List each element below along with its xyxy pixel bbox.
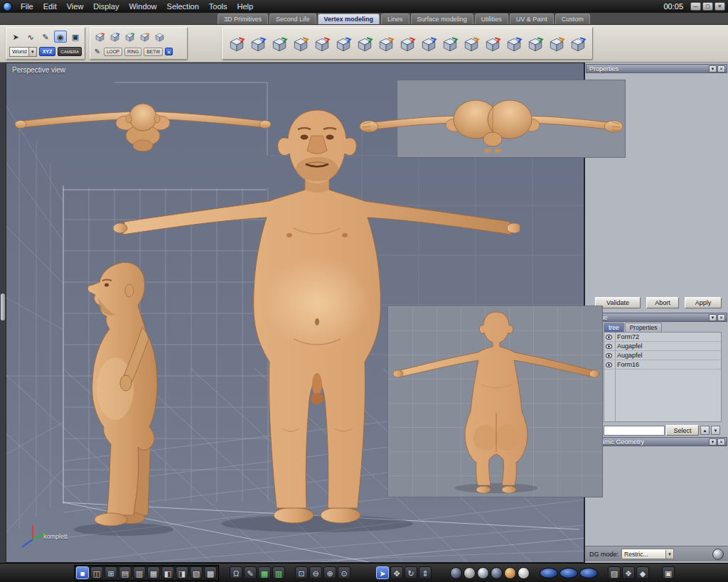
app-icon[interactable] [3, 2, 12, 11]
vm-tool-14-icon[interactable] [505, 36, 523, 52]
layout-single-icon[interactable]: ■ [76, 566, 89, 579]
ghost-oval-icon[interactable] [579, 568, 598, 578]
minimize-button[interactable]: — [690, 2, 701, 11]
tab-vertex-modeling[interactable]: Vertex modeling [318, 14, 380, 24]
wireframe-sphere-icon[interactable] [450, 567, 462, 579]
layout-right-split-icon[interactable]: ◨ [176, 566, 188, 579]
scene-tree-item[interactable]: Form16 [604, 360, 721, 370]
zoom-in-icon[interactable]: ⊕ [323, 566, 336, 579]
show-all-oval-icon[interactable] [540, 568, 558, 578]
zoom-fit-icon[interactable]: ⊙ [338, 566, 350, 579]
select-paint-icon[interactable]: ✎ [39, 31, 52, 43]
panel-drag-handle[interactable] [1, 293, 5, 320]
chevron-down-icon[interactable]: ▼ [28, 48, 36, 56]
vm-tool-11-icon[interactable] [441, 36, 459, 52]
tab-surface-modeling[interactable]: Surface modeling [411, 14, 473, 24]
dynamic-geometry-header[interactable]: Dynamic Geometry ▼ ✕ [586, 437, 727, 446]
dolly-icon[interactable]: ⇕ [419, 566, 432, 579]
close-button[interactable]: ✕ [714, 2, 725, 11]
vm-tool-9-icon[interactable] [399, 36, 416, 52]
select-camera-icon[interactable]: ▣ [69, 31, 82, 43]
vm-tool-4-icon[interactable] [292, 36, 309, 52]
tab-scene-properties[interactable]: Properties [625, 323, 663, 332]
dg-sphere-icon[interactable] [712, 549, 724, 560]
scene-filter-input[interactable] [604, 426, 665, 436]
vm-tool-17-icon[interactable] [569, 36, 587, 52]
zoom-out-icon[interactable]: ⊖ [309, 566, 322, 579]
camera-toggle-button[interactable]: CAMERA [58, 47, 82, 56]
tab-utilities[interactable]: Utilities [475, 14, 508, 24]
menu-edit[interactable]: Edit [38, 2, 62, 11]
vm-tool-12-icon[interactable] [463, 36, 480, 52]
vm-tool-6-icon[interactable] [335, 36, 352, 52]
select-sphere-icon[interactable]: ◉ [54, 31, 67, 43]
menu-tools[interactable]: Tools [204, 2, 232, 11]
menu-display[interactable]: Display [88, 2, 124, 11]
mode-auto-icon[interactable] [153, 31, 166, 43]
loop-button[interactable]: LOOP [104, 48, 122, 56]
model-top-view-right[interactable] [359, 88, 623, 155]
menu-help[interactable]: Help [232, 2, 259, 11]
collapse-icon[interactable]: ▼ [709, 438, 717, 446]
scene-tree-item[interactable]: Form72 [604, 333, 721, 342]
uv-tools-icon[interactable]: ❖ [622, 566, 635, 579]
collapse-icon[interactable]: ▼ [709, 314, 717, 321]
betw-button[interactable]: BETW [144, 48, 163, 56]
visibility-eye-icon[interactable] [606, 362, 612, 367]
shaded-sphere-icon[interactable] [491, 567, 503, 579]
smooth-sphere-icon[interactable] [477, 567, 489, 579]
material-icon[interactable]: ▨ [608, 566, 621, 579]
visibility-eye-icon[interactable] [606, 344, 612, 349]
model-top-view-left[interactable] [15, 93, 271, 156]
abort-button[interactable]: Abort [646, 297, 679, 308]
render-camera-icon[interactable]: ▣ [662, 566, 675, 579]
tab-custom[interactable]: Custom [555, 14, 590, 24]
xyz-toggle-button[interactable]: XYZ [39, 47, 56, 56]
vm-tool-16-icon[interactable] [548, 36, 565, 52]
layout-columns-icon[interactable]: ▥ [133, 566, 146, 579]
collapse-icon[interactable]: ▼ [709, 65, 717, 72]
model-side-view[interactable] [74, 254, 205, 538]
orbit-icon[interactable]: ↻ [405, 566, 417, 579]
hide-other-oval-icon[interactable] [560, 568, 578, 578]
vm-tool-13-icon[interactable] [484, 36, 501, 52]
properties-panel-header[interactable]: Properties ▼ ✕ [586, 64, 727, 73]
menu-selection[interactable]: Selection [162, 2, 204, 11]
vm-tool-8-icon[interactable] [378, 36, 395, 52]
apply-button[interactable]: Apply [685, 297, 722, 308]
chevron-down-icon[interactable]: ▼ [665, 550, 673, 559]
layout-two-vertical-icon[interactable]: ◫ [90, 566, 103, 579]
tab-scenetree[interactable]: tree [604, 323, 624, 332]
hidden-line-sphere-icon[interactable] [464, 567, 476, 579]
visibility-eye-icon[interactable] [606, 335, 612, 340]
edge-pen-icon[interactable]: ✎ [93, 48, 102, 55]
table-green-2-icon[interactable]: ▥ [272, 566, 285, 579]
mode-object-icon[interactable] [138, 31, 151, 43]
pen-snap-icon[interactable]: ✎ [244, 566, 257, 579]
layout-rows-icon[interactable]: ▤ [119, 566, 132, 579]
mode-points-icon[interactable] [93, 31, 106, 43]
clear-selection-icon[interactable]: ✕ [165, 48, 173, 55]
ring-button[interactable]: RING [124, 48, 141, 56]
vm-tool-15-icon[interactable] [527, 36, 544, 52]
close-icon[interactable]: ✕ [717, 438, 725, 446]
point-light-icon[interactable] [518, 567, 530, 579]
layout-grid-icon[interactable]: ▦ [147, 566, 160, 579]
maximize-button[interactable]: ▢ [702, 2, 713, 11]
close-icon[interactable]: ✕ [717, 314, 725, 321]
layout-three-icon[interactable]: ▧ [190, 566, 203, 579]
dg-mode-dropdown[interactable]: Restric... ▼ [621, 549, 674, 559]
tab-3d-primitives[interactable]: 3D Primitives [218, 14, 268, 24]
mode-faces-icon[interactable] [123, 31, 136, 43]
scene-tree-item[interactable]: Augapfel [604, 342, 721, 351]
tab-uv-paint[interactable]: UV & Paint [510, 14, 554, 24]
visibility-eye-icon[interactable] [606, 353, 612, 358]
tab-lines[interactable]: Lines [381, 14, 410, 24]
menu-view[interactable]: View [62, 2, 89, 11]
model-back-view[interactable] [388, 306, 604, 498]
texture-icon[interactable]: ◆ [636, 566, 649, 579]
vm-tool-1-icon[interactable] [228, 36, 245, 52]
select-button[interactable]: Select [666, 425, 699, 436]
select-cursor-icon[interactable]: ➤ [9, 31, 22, 43]
table-green-icon[interactable]: ▦ [258, 566, 271, 579]
